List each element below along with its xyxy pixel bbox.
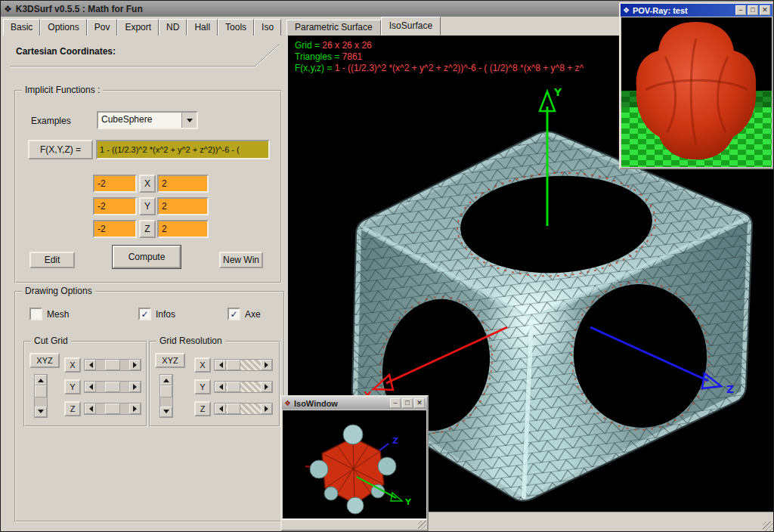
arrow-right-icon[interactable]: [261, 382, 272, 392]
cut-grid-y-button[interactable]: Y: [64, 379, 81, 394]
cut-grid-x-button[interactable]: X: [64, 357, 81, 373]
checkbox-box[interactable]: ✓: [138, 308, 151, 320]
grid-resolution-vertical-scrollbar[interactable]: [159, 374, 173, 418]
arrow-up-icon[interactable]: [160, 375, 172, 385]
function-label-button[interactable]: F(X,Y,Z) =: [28, 140, 93, 159]
arrow-right-icon[interactable]: [129, 382, 141, 392]
infos-label: Infos: [156, 309, 175, 320]
iso-preview-canvas[interactable]: Z Y: [283, 410, 426, 518]
resize-grip-icon[interactable]: [418, 521, 426, 529]
tab-isosurface[interactable]: IsoSurface: [381, 17, 441, 36]
examples-dropdown[interactable]: CubeSphere: [97, 111, 198, 129]
y-max-input[interactable]: 2: [157, 197, 209, 215]
checkbox-box[interactable]: ✓: [228, 308, 240, 320]
dropdown-button[interactable]: [181, 113, 197, 128]
iso-z-axis-label: Z: [392, 436, 398, 446]
grid-resolution-z-slider[interactable]: [214, 403, 273, 415]
slider-thumb[interactable]: [105, 382, 120, 392]
tab-export[interactable]: Export: [117, 19, 159, 36]
tab-tools[interactable]: Tools: [218, 19, 254, 36]
z-max-input[interactable]: 2: [157, 220, 209, 238]
povray-title-bar[interactable]: ❖ POV-Ray: test – □ ✕: [621, 4, 772, 17]
grid-resolution-xyz-button[interactable]: XYZ: [155, 353, 185, 368]
arrow-left-icon[interactable]: [85, 360, 96, 370]
close-button[interactable]: ✕: [414, 398, 425, 408]
povray-app-icon: ❖: [623, 7, 630, 14]
minimize-button[interactable]: –: [390, 398, 401, 408]
iso-y-axis-label: Y: [404, 497, 412, 507]
slider-track[interactable]: [96, 382, 129, 392]
maximize-button[interactable]: □: [748, 5, 758, 15]
function-input[interactable]: 1 - ((1/2.3)^2 *(x^2 + y^2 + z^2))^-6 - …: [96, 140, 270, 159]
arrow-left-icon[interactable]: [85, 404, 96, 414]
scrollbar-thumb[interactable]: [160, 385, 172, 397]
slider-thumb[interactable]: [105, 404, 120, 414]
tab-options[interactable]: Options: [40, 19, 86, 36]
tab-iso[interactable]: Iso: [254, 19, 281, 36]
y-axis-button[interactable]: Y: [139, 197, 156, 215]
tab-pov[interactable]: Pov: [87, 19, 118, 36]
compute-button[interactable]: Compute: [113, 246, 181, 268]
y-min-input[interactable]: -2: [93, 197, 137, 215]
arrow-left-icon[interactable]: [215, 382, 226, 392]
iso-title-bar[interactable]: ❖ IsoWindow – □ ✕: [282, 397, 427, 410]
minimize-button[interactable]: –: [735, 5, 746, 15]
arrow-right-icon[interactable]: [129, 404, 141, 414]
slider-track[interactable]: [226, 382, 261, 392]
slider-thumb[interactable]: [105, 360, 120, 370]
infos-checkbox[interactable]: ✓ Infos: [138, 308, 175, 320]
mesh-checkbox[interactable]: ✓ Mesh: [29, 308, 69, 320]
scrollbar-track[interactable]: [35, 385, 47, 407]
arrow-left-icon[interactable]: [215, 404, 226, 414]
slider-thumb[interactable]: [227, 404, 240, 414]
slider-track[interactable]: [226, 404, 261, 414]
grid-resolution-x-button[interactable]: X: [194, 357, 211, 373]
cut-grid-x-slider[interactable]: [84, 359, 141, 371]
slider-thumb[interactable]: [227, 382, 240, 392]
arrow-down-icon[interactable]: [35, 407, 47, 417]
mesh-label: Mesh: [47, 309, 69, 320]
cut-grid-z-button[interactable]: Z: [64, 401, 81, 416]
grid-resolution-z-button[interactable]: Z: [194, 401, 211, 416]
slider-thumb[interactable]: [227, 360, 240, 370]
cut-grid-y-slider[interactable]: [84, 381, 141, 393]
new-win-button[interactable]: New Win: [219, 252, 263, 268]
iso-window: ❖ IsoWindow – □ ✕: [280, 395, 429, 531]
slider-track[interactable]: [96, 404, 129, 414]
tab-basic[interactable]: Basic: [3, 19, 40, 36]
grid-resolution-y-slider[interactable]: [214, 381, 273, 393]
z-min-input[interactable]: -2: [93, 220, 137, 238]
cut-grid-xyz-button[interactable]: XYZ: [29, 353, 60, 368]
arrow-right-icon[interactable]: [261, 360, 272, 370]
grid-resolution-x-slider[interactable]: [214, 359, 273, 371]
close-button[interactable]: ✕: [760, 5, 770, 15]
checkmark-icon: ✓: [141, 310, 148, 319]
scrollbar-track[interactable]: [160, 385, 172, 407]
tab-parametric-surface[interactable]: Parametric Surface: [286, 20, 381, 36]
arrow-left-icon[interactable]: [215, 360, 226, 370]
arrow-down-icon[interactable]: [160, 407, 172, 417]
tab-nd[interactable]: ND: [159, 19, 187, 36]
axe-checkbox[interactable]: ✓ Axe: [228, 308, 261, 320]
arrow-up-icon[interactable]: [35, 375, 47, 385]
grid-resolution-y-button[interactable]: Y: [194, 379, 211, 394]
maximize-button[interactable]: □: [402, 398, 413, 408]
function-info-value: 1 - ((1/2.3)^2 *(x^2 + y^2 + z^2))^-6 - …: [335, 63, 584, 73]
x-max-input[interactable]: 2: [157, 175, 209, 193]
edit-button[interactable]: Edit: [29, 252, 75, 268]
z-axis-button[interactable]: Z: [139, 220, 156, 238]
cut-grid-z-slider[interactable]: [84, 403, 141, 415]
slider-track[interactable]: [96, 360, 129, 370]
checkbox-box[interactable]: ✓: [29, 308, 42, 320]
grid-resolution-title: Grid Resolution: [156, 336, 225, 346]
arrow-right-icon[interactable]: [129, 360, 141, 370]
x-axis-button[interactable]: X: [139, 175, 156, 193]
resize-grip-icon[interactable]: [763, 521, 773, 532]
tab-hall[interactable]: Hall: [187, 19, 218, 36]
x-min-input[interactable]: -2: [93, 175, 137, 193]
arrow-left-icon[interactable]: [85, 382, 96, 392]
scrollbar-thumb[interactable]: [35, 385, 47, 397]
arrow-right-icon[interactable]: [261, 404, 272, 414]
cut-grid-vertical-scrollbar[interactable]: [34, 374, 48, 418]
slider-track[interactable]: [226, 360, 261, 370]
